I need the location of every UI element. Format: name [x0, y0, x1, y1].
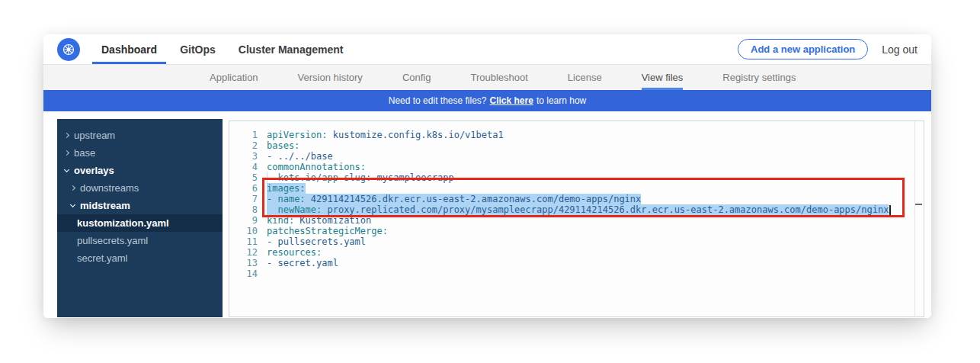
line-number: 7 [229, 194, 258, 204]
app-tab-config[interactable]: Config [402, 65, 431, 90]
code-line-8[interactable]: 8 newName: proxy.replicated.com/proxy/my… [229, 204, 924, 215]
line-text: kots.io/app-slug: mysampleecrapp [267, 172, 454, 183]
tree-item-label: secret.yaml [77, 252, 127, 264]
line-number: 5 [229, 172, 258, 183]
line-text: images: [267, 183, 306, 194]
screenshot-frame: DashboardGitOpsCluster Management Add a … [0, 0, 980, 363]
chevron-down-icon [70, 201, 75, 207]
top-tab-dashboard[interactable]: Dashboard [92, 34, 166, 64]
code-line-12[interactable]: 12resources: [229, 247, 924, 258]
line-number: 1 [229, 130, 258, 140]
add-application-button[interactable]: Add a new application [738, 39, 868, 59]
line-text: commonAnnotations: [267, 162, 366, 172]
chevron-right-icon [64, 150, 69, 156]
click-here-link[interactable]: Click here [490, 95, 533, 106]
app-tab-troubleshoot[interactable]: Troubleshoot [470, 65, 527, 90]
code-line-1[interactable]: 1apiVersion: kustomize.config.k8s.io/v1b… [229, 130, 924, 140]
line-number: 6 [229, 183, 258, 194]
line-text: - name: 429114214526.dkr.ecr.us-east-2.a… [267, 194, 641, 204]
app-nav-tabs: ApplicationVersion historyConfigTroubles… [43, 65, 931, 90]
code-line-11[interactable]: 11- pullsecrets.yaml [229, 236, 924, 247]
top-tab-gitops[interactable]: GitOps [171, 34, 225, 64]
indent-guide [267, 172, 267, 183]
top-nav-spacer [353, 34, 738, 64]
logout-link[interactable]: Log out [882, 43, 918, 56]
line-number: 11 [229, 236, 258, 247]
admin-console-window: DashboardGitOpsCluster Management Add a … [43, 34, 931, 318]
code-line-13[interactable]: 13- secret.yaml [229, 258, 924, 268]
line-text: resources: [267, 247, 322, 258]
overview-ruler-cursor-mark [915, 204, 922, 205]
tree-file-secret-yaml[interactable]: secret.yaml [57, 249, 223, 267]
tree-file-kustomization-yaml[interactable]: kustomization.yaml [57, 214, 223, 232]
line-text: patchesStrategicMerge: [267, 226, 388, 236]
line-number: 10 [229, 226, 258, 236]
tree-item-label: overlays [74, 165, 114, 176]
line-number: 14 [229, 268, 258, 279]
kubernetes-logo-icon [57, 38, 80, 61]
tree-item-label: pullsecrets.yaml [77, 235, 148, 246]
line-number: 2 [229, 140, 258, 151]
chevron-down-icon [64, 166, 69, 172]
line-number: 4 [229, 162, 258, 172]
tree-item-label: upstream [74, 130, 115, 141]
app-tab-version-history[interactable]: Version history [298, 65, 363, 90]
line-text: - secret.yaml [267, 258, 338, 268]
line-number: 8 [229, 204, 258, 215]
code-line-9[interactable]: 9kind: Kustomization [229, 215, 924, 226]
code-editor[interactable]: 1apiVersion: kustomize.config.k8s.io/v1b… [229, 120, 924, 317]
app-tab-registry-settings[interactable]: Registry settings [722, 65, 796, 90]
code-line-3[interactable]: 3- ../../base [229, 151, 924, 162]
line-text: kind: Kustomization [267, 215, 371, 226]
code-line-14[interactable]: 14 [229, 268, 924, 279]
line-number: 9 [229, 215, 258, 226]
view-files-content: upstreambaseoverlaysdownstreamsmidstream… [43, 111, 931, 318]
top-nav: DashboardGitOpsCluster Management Add a … [43, 34, 931, 65]
text-cursor [889, 205, 891, 215]
tree-item-label: downstreams [80, 182, 139, 194]
overview-ruler [914, 121, 915, 316]
line-text: bases: [267, 140, 299, 151]
edit-files-banner: Need to edit these files? Click here to … [43, 90, 931, 111]
tree-item-label: kustomization.yaml [77, 217, 169, 229]
line-text: apiVersion: kustomize.config.k8s.io/v1be… [267, 130, 504, 140]
top-nav-tabs: DashboardGitOpsCluster Management [92, 34, 353, 64]
tree-item-label: midstream [80, 200, 130, 211]
chevron-right-icon [70, 185, 75, 191]
app-tab-view-files[interactable]: View files [642, 65, 684, 90]
code-line-4[interactable]: 4commonAnnotations: [229, 162, 924, 172]
line-text: newName: proxy.replicated.com/proxy/mysa… [267, 204, 889, 215]
chevron-right-icon [64, 133, 69, 138]
line-text: - ../../base [267, 151, 333, 162]
tree-file-pullsecrets-yaml[interactable]: pullsecrets.yaml [57, 232, 223, 249]
tree-folder-overlays[interactable]: overlays [57, 162, 223, 179]
top-tab-cluster-management[interactable]: Cluster Management [229, 34, 353, 64]
tree-folder-base[interactable]: base [57, 144, 223, 162]
app-tab-application[interactable]: Application [210, 65, 258, 90]
line-number: 13 [229, 258, 258, 268]
tree-folder-midstream[interactable]: midstream [57, 197, 223, 214]
code-lines: 1apiVersion: kustomize.config.k8s.io/v1b… [229, 130, 924, 279]
code-line-7[interactable]: 7- name: 429114214526.dkr.ecr.us-east-2.… [229, 194, 924, 204]
tree-item-label: base [74, 147, 95, 159]
banner-text-before: Need to edit these files? [389, 95, 487, 106]
tree-folder-upstream[interactable]: upstream [57, 127, 223, 144]
banner-text-after: to learn how [536, 95, 586, 106]
code-line-10[interactable]: 10patchesStrategicMerge: [229, 226, 924, 236]
line-number: 3 [229, 151, 258, 162]
code-line-5[interactable]: 5 kots.io/app-slug: mysampleecrapp [229, 172, 924, 183]
code-line-6[interactable]: 6images: [229, 183, 924, 194]
line-number: 12 [229, 247, 258, 258]
line-text: - pullsecrets.yaml [267, 236, 366, 247]
file-tree: upstreambaseoverlaysdownstreamsmidstream… [57, 119, 223, 317]
tree-folder-downstreams[interactable]: downstreams [57, 179, 223, 197]
code-line-2[interactable]: 2bases: [229, 140, 924, 151]
app-tab-license[interactable]: License [568, 65, 602, 90]
